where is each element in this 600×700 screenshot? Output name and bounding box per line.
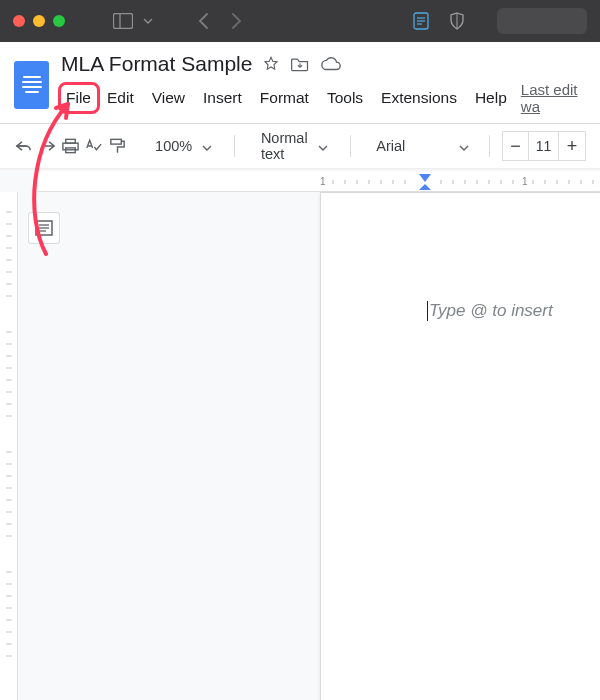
menu-extensions[interactable]: Extensions	[373, 86, 465, 110]
document-page[interactable]: Type @ to insert	[320, 192, 600, 700]
annotation-highlight	[58, 82, 100, 114]
editor-placeholder: Type @ to insert	[429, 301, 553, 321]
svg-rect-0	[114, 14, 133, 29]
window-close-button[interactable]	[13, 15, 25, 27]
decrease-font-button[interactable]: −	[503, 132, 529, 160]
redo-button[interactable]	[37, 131, 56, 161]
chevron-down-icon	[459, 137, 469, 155]
chevron-down-icon	[318, 137, 328, 155]
font-size-control: − 11 +	[502, 131, 586, 161]
menu-edit[interactable]: Edit	[99, 86, 142, 110]
document-title[interactable]: MLA Format Sample	[61, 52, 252, 76]
menu-help[interactable]: Help	[467, 86, 515, 110]
toolbar-separator	[350, 135, 351, 157]
menubar: File Edit View Insert Format Tools Exten…	[61, 81, 586, 115]
font-dropdown[interactable]: Arial	[364, 137, 477, 155]
cloud-status-icon[interactable]	[320, 55, 342, 73]
window-zoom-button[interactable]	[53, 15, 65, 27]
svg-rect-10	[111, 139, 121, 144]
menu-format[interactable]: Format	[252, 86, 317, 110]
spellcheck-button[interactable]	[84, 131, 103, 161]
page-editor[interactable]: Type @ to insert	[321, 193, 600, 321]
star-icon[interactable]	[262, 55, 280, 73]
move-folder-icon[interactable]	[290, 55, 310, 73]
increase-font-button[interactable]: +	[559, 132, 585, 160]
chevron-down-icon	[202, 137, 212, 155]
back-button[interactable]	[197, 12, 211, 30]
traffic-lights	[13, 15, 65, 27]
mac-titlebar	[0, 0, 600, 42]
window-minimize-button[interactable]	[33, 15, 45, 27]
text-cursor	[427, 301, 428, 321]
paint-format-button[interactable]	[108, 131, 127, 161]
docs-header: MLA Format Sample File Edit View Insert	[0, 42, 600, 115]
toolbar-separator	[489, 135, 490, 157]
ruler-tick-label: 1	[320, 176, 326, 187]
menu-view[interactable]: View	[144, 86, 193, 110]
address-bar[interactable]	[497, 8, 587, 34]
browser-nav	[197, 12, 243, 30]
menu-file[interactable]: File	[61, 86, 97, 110]
zoom-value: 100%	[151, 138, 196, 154]
last-edit-link[interactable]: Last edit wa	[521, 81, 586, 115]
docs-logo-icon[interactable]	[14, 61, 49, 109]
font-size-input[interactable]: 11	[529, 132, 559, 160]
style-dropdown[interactable]: Normal text	[249, 130, 336, 162]
toolbar-separator	[234, 135, 235, 157]
privacy-shield-icon[interactable]	[449, 12, 465, 30]
canvas-area: 1 1 Type @ to insert	[0, 172, 600, 700]
zoom-dropdown[interactable]: 100%	[143, 137, 220, 155]
vertical-ruler[interactable]	[0, 192, 18, 700]
document-outline-button[interactable]	[28, 212, 60, 244]
menu-tools[interactable]: Tools	[319, 86, 371, 110]
forward-button[interactable]	[229, 12, 243, 30]
style-value: Normal text	[257, 130, 312, 162]
title-row: MLA Format Sample	[61, 52, 586, 76]
undo-button[interactable]	[14, 131, 33, 161]
sidebar-toggle-icon[interactable]	[113, 13, 133, 29]
font-value: Arial	[372, 138, 409, 154]
toolbar: 100% Normal text Arial − 11 +	[0, 124, 600, 168]
horizontal-ruler[interactable]: 1 1	[38, 172, 600, 192]
print-button[interactable]	[61, 131, 80, 161]
reader-icon[interactable]	[413, 12, 429, 30]
menu-insert[interactable]: Insert	[195, 86, 250, 110]
chevron-down-icon[interactable]	[143, 16, 153, 26]
